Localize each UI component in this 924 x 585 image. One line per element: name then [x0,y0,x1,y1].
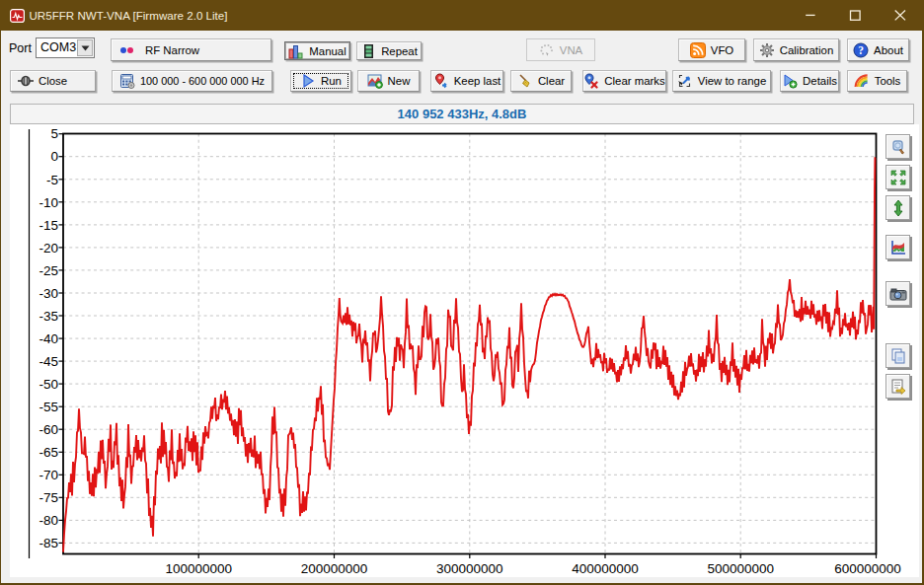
svg-text:-35: -35 [38,309,58,324]
svg-text:500000000: 500000000 [707,561,774,576]
svg-text:0: 0 [50,149,58,164]
svg-text:-10: -10 [38,195,58,210]
svg-text:400000000: 400000000 [572,561,639,576]
svg-text:-40: -40 [38,331,58,346]
svg-text:-20: -20 [38,241,58,256]
svg-text:100000000: 100000000 [165,561,232,576]
svg-text:-70: -70 [38,468,58,482]
svg-text:-15: -15 [38,218,58,233]
svg-text:-5: -5 [46,173,58,187]
svg-text:-60: -60 [38,422,58,437]
svg-text:-50: -50 [38,377,58,392]
svg-text:-55: -55 [38,400,58,414]
svg-text:5: 5 [50,126,58,141]
svg-text:-45: -45 [38,354,58,369]
svg-text:300000000: 300000000 [436,561,503,576]
svg-text:-85: -85 [38,536,58,550]
svg-text:?: ? [858,44,864,56]
svg-text:-80: -80 [38,513,58,528]
svg-text:600000000: 600000000 [834,561,901,576]
svg-text:-25: -25 [38,263,58,278]
svg-text:-65: -65 [38,445,58,460]
svg-text:-75: -75 [38,490,58,505]
svg-text:-30: -30 [38,286,58,301]
svg-text:200000000: 200000000 [301,561,368,576]
